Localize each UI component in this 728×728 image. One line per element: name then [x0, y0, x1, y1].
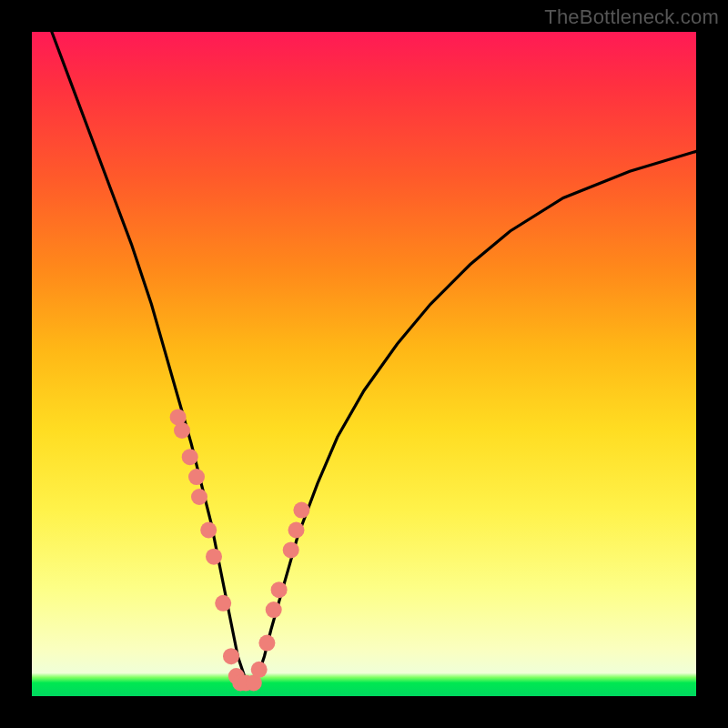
- marker-dot: [271, 581, 288, 598]
- marker-dot: [206, 549, 222, 565]
- chart-frame: TheBottleneck.com: [0, 0, 728, 728]
- marker-group: [170, 409, 310, 691]
- marker-dot: [182, 449, 198, 465]
- marker-dot: [258, 635, 275, 652]
- marker-dot: [266, 602, 282, 618]
- marker-dot: [288, 522, 305, 539]
- marker-dot: [188, 469, 205, 485]
- chart-svg: [32, 32, 696, 696]
- watermark-text: TheBottleneck.com: [544, 5, 719, 29]
- marker-dot: [215, 595, 231, 612]
- plot-area: [32, 32, 696, 696]
- marker-dot: [251, 662, 268, 678]
- bottleneck-curve-path: [52, 32, 696, 682]
- marker-dot: [283, 541, 299, 558]
- marker-dot: [200, 522, 217, 539]
- marker-dot: [174, 422, 190, 439]
- marker-dot: [223, 648, 239, 664]
- marker-dot: [293, 502, 309, 519]
- marker-dot: [191, 489, 207, 505]
